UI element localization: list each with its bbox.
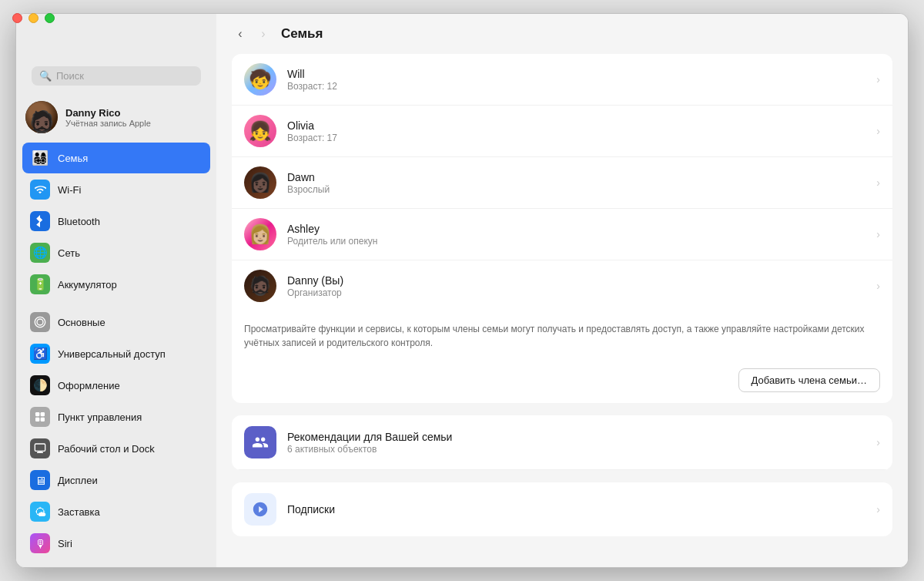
sidebar-item-general[interactable]: Основные [22,307,210,338]
control-icon [30,407,50,427]
add-button-row: Добавить члена семьи… [232,361,892,403]
list-item[interactable]: Рекомендации для Вашей семьи 6 активных … [232,415,892,470]
network-icon: 🌐 [30,243,50,263]
svg-rect-4 [35,444,45,451]
sidebar-item-label: Семья [58,153,88,164]
sidebar-item-label: Пункт управления [58,411,142,423]
member-info: Dawn Взрослый [287,171,876,195]
page-title: Семья [281,26,323,42]
accessibility-icon: ♿ [30,344,50,364]
avatar: 🧒 [244,63,276,96]
appearance-icon: 🌓 [30,375,50,395]
bluetooth-icon [30,211,50,231]
subscriptions-icon [244,493,276,526]
avatar: 👩🏿 [244,166,276,199]
member-info: Ashley Родитель или опекун [287,223,876,247]
search-input[interactable]: Поиск [56,70,84,82]
sidebar-item-appearance[interactable]: 🌓 Оформление [22,370,210,401]
rec-subtitle: 6 активных объектов [287,444,876,455]
sidebar-item-control[interactable]: Пункт управления [22,401,210,432]
table-row[interactable]: 👧 Olivia Возраст: 17 › [232,106,892,157]
avatar: 👩🏼 [244,218,276,250]
member-name: Danny (Вы) [287,274,876,287]
member-name: Dawn [287,171,876,183]
maximize-button[interactable] [45,14,55,23]
sidebar-item-label: Siri [58,538,72,549]
forward-button[interactable]: › [255,25,272,42]
minimize-button[interactable] [28,14,38,23]
sub-title: Подписки [287,503,876,516]
screensaver-icon: 🌤 [30,502,50,522]
recommendations-card: Рекомендации для Вашей семьи 6 активных … [232,415,892,470]
sidebar-item-label: Wi-Fi [58,184,81,196]
battery-icon: 🔋 [30,274,50,294]
siri-icon: 🎙 [30,533,50,553]
table-row[interactable]: 🧒 Will Возраст: 12 › [232,54,892,106]
user-profile[interactable]: 🧔🏿 Danny Rico Учётная запись Apple [16,95,216,143]
chevron-right-icon: › [876,125,880,137]
wifi-icon [30,180,50,200]
table-row[interactable]: 🧔🏿 Danny (Вы) Организатор › [232,260,892,311]
sidebar-item-accessibility[interactable]: ♿ Универсальный доступ [22,338,210,369]
desktop-icon [30,438,50,458]
main-body: 🧒 Will Возраст: 12 › 👧 Olivia Возр [216,54,908,567]
svg-rect-0 [35,412,39,416]
svg-rect-6 [37,452,43,453]
member-role: Родитель или опекун [287,236,876,247]
member-role: Возраст: 17 [287,133,876,143]
member-info: Danny (Вы) Организатор [287,274,876,298]
general-icon [30,312,50,332]
family-icon: 👨‍👩‍👧‍👦 [30,148,50,168]
rec-info: Рекомендации для Вашей семьи 6 активных … [287,431,876,455]
user-subtitle: Учётная запись Apple [65,119,151,128]
sub-info: Подписки [287,503,876,516]
chevron-right-icon: › [876,176,880,189]
sidebar-item-label: Рабочий стол и Dock [58,443,155,455]
sidebar-item-wifi[interactable]: Wi-Fi [22,174,210,205]
member-info: Will Возраст: 12 [287,68,876,92]
sidebar-item-label: Оформление [58,380,120,391]
chevron-right-icon: › [876,280,880,292]
search-icon: 🔍 [39,70,52,82]
rec-title: Рекомендации для Вашей семьи [287,431,876,443]
sidebar-item-displays[interactable]: 🖥 Дисплеи [22,465,210,495]
user-info: Danny Rico Учётная запись Apple [65,107,151,128]
member-role: Возраст: 12 [287,81,876,92]
chevron-right-icon: › [876,436,880,448]
sidebar-item-label: Дисплеи [58,475,98,486]
add-family-member-button[interactable]: Добавить члена семьи… [738,368,880,392]
displays-icon: 🖥 [30,470,50,490]
sidebar-item-label: Основные [58,317,105,328]
member-name: Will [287,68,876,80]
sidebar-item-siri[interactable]: 🎙 Siri [22,528,210,559]
table-row[interactable]: 👩🏼 Ashley Родитель или опекун › [232,209,892,260]
sidebar-item-network[interactable]: 🌐 Сеть [22,237,210,268]
list-item[interactable]: Подписки › [232,482,892,536]
sidebar-item-label: Bluetooth [58,216,100,227]
back-button[interactable]: ‹ [232,25,249,42]
sidebar-item-screensaver[interactable]: 🌤 Заставка [22,496,210,527]
member-role: Взрослый [287,184,876,195]
avatar: 👧 [244,115,276,147]
close-button[interactable] [16,14,22,23]
avatar: 🧔🏿 [244,270,276,302]
svg-rect-5 [38,451,42,452]
member-info: Olivia Возраст: 17 [287,119,876,143]
table-row[interactable]: 👩🏿 Dawn Взрослый › [232,157,892,209]
main-content: ‹ › Семья 🧒 Will Возраст: 12 › [216,14,908,567]
subscriptions-card: Подписки › [232,482,892,536]
sidebar-item-battery[interactable]: 🔋 Аккумулятор [22,269,210,300]
member-name: Olivia [287,119,876,132]
sidebar-item-label: Заставка [58,506,100,518]
avatar: 🧔🏿 [25,101,58,133]
sidebar-item-family[interactable]: 👨‍👩‍👧‍👦 Семья [22,143,210,173]
sidebar-item-bluetooth[interactable]: Bluetooth [22,206,210,237]
main-header: ‹ › Семья [216,14,908,54]
sidebar-item-desktop[interactable]: Рабочий стол и Dock [22,433,210,464]
member-role: Организатор [287,287,876,298]
recommendations-icon [244,426,276,458]
member-name: Ashley [287,223,876,235]
sidebar-item-label: Аккумулятор [58,279,117,290]
search-box[interactable]: 🔍 Поиск [32,66,201,86]
family-members-card: 🧒 Will Возраст: 12 › 👧 Olivia Возр [232,54,892,403]
